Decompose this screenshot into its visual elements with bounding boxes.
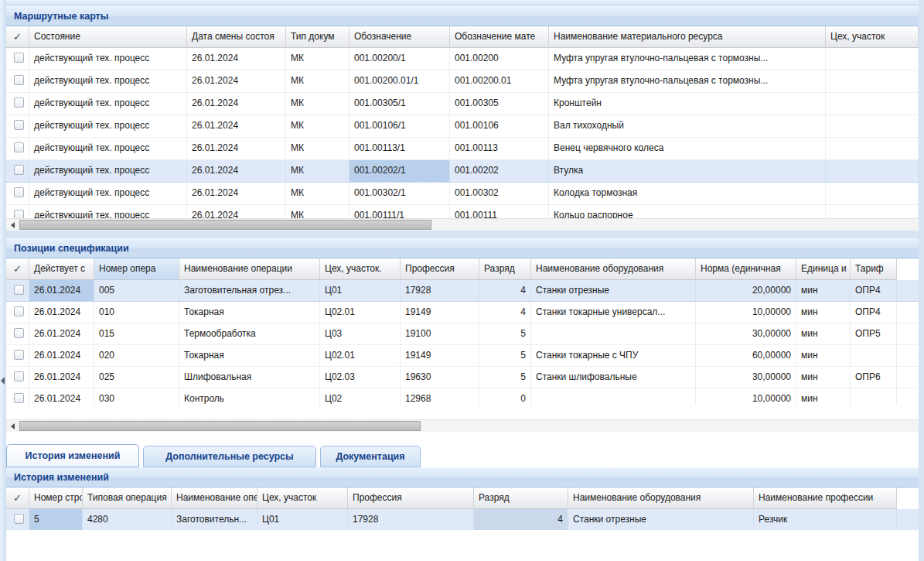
row-checkbox[interactable] (14, 328, 24, 338)
table-cell[interactable]: 001.00113 (450, 138, 549, 159)
column-header[interactable]: Обозначение (349, 26, 450, 48)
scrollbar-track[interactable] (19, 420, 919, 432)
table-cell[interactable]: 26.01.2024 (187, 183, 286, 204)
table-row[interactable]: 26.01.2024020ТокарнаяЦ02.01191495Станки … (6, 345, 919, 367)
table-cell[interactable]: 001.00305 (450, 93, 549, 115)
table-row[interactable]: действующий тех. процесс26.01.2024МК001.… (6, 93, 919, 115)
table-cell[interactable]: мин (796, 280, 851, 301)
table-cell[interactable]: Колодка тормозная (549, 183, 826, 204)
table-cell[interactable]: Станки шлифовальные (531, 367, 696, 388)
column-header[interactable]: Номер стро (29, 487, 83, 509)
table-cell[interactable]: 4280 (83, 509, 172, 530)
table-cell[interactable]: 26.01.2024 (29, 280, 94, 301)
table-cell[interactable] (851, 345, 897, 366)
row-checkbox[interactable] (14, 210, 24, 218)
table-cell[interactable]: 015 (94, 323, 179, 344)
table-cell[interactable]: 001.00302/1 (349, 183, 450, 204)
column-header[interactable]: Наименование материального ресурса (549, 26, 826, 48)
row-checkbox[interactable] (14, 120, 24, 130)
table-cell[interactable]: 19149 (401, 345, 479, 366)
table-cell[interactable]: 20,00000 (696, 280, 796, 301)
table-cell[interactable]: 5 (479, 367, 531, 388)
table-cell[interactable]: МК (286, 138, 349, 159)
table-cell[interactable]: 005 (94, 280, 179, 301)
table-cell[interactable]: МК (286, 160, 349, 182)
table-cell[interactable]: 17928 (401, 280, 479, 301)
column-header[interactable]: Норма (единичная (696, 258, 796, 280)
table-cell[interactable]: 26.01.2024 (187, 115, 286, 137)
table-cell[interactable]: Ц01 (320, 280, 401, 301)
column-header[interactable]: Номер опера (94, 258, 179, 280)
table-cell[interactable] (826, 205, 919, 218)
column-header[interactable]: Цех, участок (257, 487, 348, 509)
table-cell[interactable] (531, 323, 696, 344)
row-checkbox[interactable] (14, 285, 24, 295)
table-cell[interactable]: 001.00111/1 (349, 205, 450, 218)
table-cell[interactable]: 4 (479, 302, 531, 323)
table-cell[interactable]: Станки токарные с ЧПУ (531, 345, 696, 366)
tab-documentation[interactable]: Документация (320, 446, 421, 467)
table-cell[interactable]: МК (286, 70, 349, 92)
table-row[interactable]: действующий тех. процесс26.01.2024МК001.… (6, 183, 919, 205)
table-cell[interactable]: 10,00000 (696, 302, 796, 323)
table-cell[interactable]: ОПР5 (851, 323, 897, 344)
scroll-left-button[interactable] (6, 420, 19, 432)
table-cell[interactable]: 001.00113/1 (349, 138, 450, 159)
row-checkbox[interactable] (14, 187, 24, 197)
table-cell[interactable]: действующий тех. процесс (29, 183, 187, 204)
table-cell[interactable]: 30,00000 (696, 367, 796, 388)
route-maps-horizontal-scrollbar[interactable] (6, 218, 919, 231)
table-cell[interactable]: МК (286, 115, 349, 137)
column-header[interactable]: Наименование опе (172, 487, 257, 509)
table-row[interactable]: 26.01.2024025ШлифовальнаяЦ02.03196305Ста… (6, 367, 919, 388)
table-cell[interactable]: мин (796, 388, 851, 405)
column-header[interactable]: Цех, участок. (320, 258, 401, 280)
table-cell[interactable]: ОПР4 (851, 302, 897, 323)
table-cell[interactable]: Венец червячного колеса (549, 138, 826, 159)
table-cell[interactable]: ОПР6 (851, 367, 897, 388)
table-row[interactable]: действующий тех. процесс26.01.2024МК001.… (6, 160, 919, 183)
table-cell[interactable]: Ц02.01 (320, 302, 401, 323)
table-cell[interactable]: 26.01.2024 (29, 345, 94, 366)
table-cell[interactable]: 001.00305/1 (349, 93, 450, 115)
table-cell[interactable]: 001.00202/1 (349, 160, 450, 182)
column-header[interactable]: Обозначение мате (450, 26, 549, 48)
table-row[interactable]: действующий тех. процесс26.01.2024МК001.… (6, 115, 919, 138)
column-header[interactable]: Наименование оборудования (531, 258, 696, 280)
table-cell[interactable]: 001.00200/1 (349, 48, 450, 70)
table-cell[interactable]: 001.00302 (450, 183, 549, 204)
row-checkbox[interactable] (14, 393, 24, 403)
table-cell[interactable] (826, 183, 919, 204)
table-cell[interactable]: Ц02 (320, 388, 401, 405)
table-cell[interactable]: Заготовительн... (172, 509, 257, 530)
table-cell[interactable]: Муфта упругая втулочно-пальцевая с тормо… (549, 70, 826, 92)
table-cell[interactable] (826, 138, 919, 159)
table-row[interactable]: 26.01.2024030КонтрольЦ0212968010,00000ми… (6, 388, 919, 405)
table-cell[interactable]: 26.01.2024 (29, 302, 94, 323)
table-cell[interactable]: 010 (94, 302, 179, 323)
table-cell[interactable]: 001.00200 (450, 48, 549, 70)
table-cell[interactable]: мин (796, 367, 851, 388)
column-header[interactable]: Наименование оборудования (568, 487, 754, 509)
table-cell[interactable]: мин (796, 345, 851, 366)
select-all-header[interactable]: ✓ (6, 487, 29, 509)
table-cell[interactable]: Контроль (179, 388, 320, 405)
table-cell[interactable]: мин (796, 323, 851, 344)
column-header[interactable]: Состояние (29, 26, 187, 48)
spec-positions-horizontal-scrollbar[interactable] (6, 419, 919, 432)
table-cell[interactable]: 020 (94, 345, 179, 366)
table-cell[interactable] (826, 93, 919, 115)
table-cell[interactable]: действующий тех. процесс (29, 115, 187, 137)
table-cell[interactable]: Токарная (179, 345, 320, 366)
table-cell[interactable] (826, 48, 919, 70)
table-cell[interactable]: 26.01.2024 (187, 138, 286, 159)
row-checkbox[interactable] (14, 97, 24, 108)
table-cell[interactable]: Шлифовальная (179, 367, 320, 388)
table-cell[interactable]: 19100 (401, 323, 479, 344)
column-header[interactable]: Типовая операция (83, 487, 172, 509)
scrollbar-thumb[interactable] (19, 220, 431, 230)
column-header[interactable]: Разряд (479, 258, 531, 280)
table-cell[interactable]: 19630 (401, 367, 479, 388)
table-cell[interactable] (851, 388, 897, 405)
table-cell[interactable]: МК (286, 48, 349, 70)
